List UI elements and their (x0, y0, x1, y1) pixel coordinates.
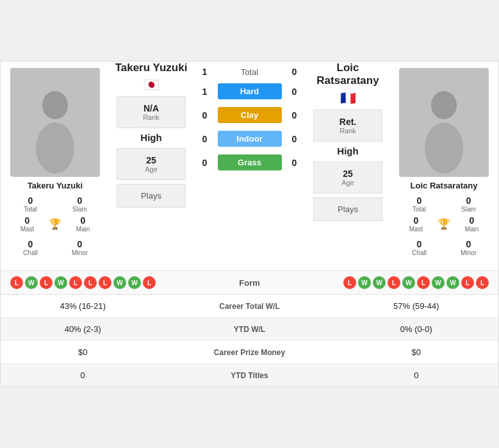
player2-header-name: Loic Ratsaratany (309, 62, 387, 88)
hard-row: 1 Hard 0 (193, 79, 306, 103)
trophy2-icon: 🏆 (438, 219, 450, 229)
form-section: LWLWLLLWWL Form LWWLWLWWLL (1, 270, 498, 295)
p2-indoor-score: 0 (288, 134, 301, 144)
total-label: Total (218, 67, 282, 77)
player2-minor-cell: 0 Minor (444, 238, 493, 258)
player1-plays-label: Plays (120, 191, 182, 201)
stat-p1-value: 0 (1, 364, 165, 387)
svg-point-0 (42, 91, 68, 119)
stats-table: 43% (16-21) Career Total W/L 57% (59-44)… (1, 295, 498, 386)
player1-bottom-stats: 0 Chall 0 Minor (6, 238, 104, 258)
stat-p2-value: 0% (0-0) (334, 318, 498, 341)
player2-bottom-stats: 0 Chall 0 Minor (395, 238, 493, 258)
indoor-button[interactable]: Indoor (218, 131, 282, 147)
player1-trophy-row: 0 Mast 🏆 0 Main (6, 214, 104, 234)
form-badge-l: L (84, 276, 97, 289)
player2-avatar (399, 68, 489, 177)
content-wrapper: Takeru Yuzuki 0 Total 0 Slam 0 Mast (1, 62, 498, 386)
player1-stats: 0 Total 0 Slam (6, 194, 104, 214)
grass-row: 0 Grass 0 (193, 151, 306, 174)
stat-p1-value: 43% (16-21) (1, 295, 165, 318)
form-badge-w: W (54, 276, 67, 289)
player2-total-value: 0 (397, 195, 441, 206)
stats-row: 0 YTD Titles 0 (1, 364, 498, 387)
player2-slam-label: Slam (446, 206, 491, 213)
player2-rank-box: Ret. Rank (313, 110, 382, 142)
player2-chall-value: 0 (397, 239, 441, 249)
p1-hard-score: 1 (199, 87, 211, 97)
player1-slam-label: Slam (58, 206, 102, 213)
surface-center: 1 Total 0 1 Hard 0 0 Clay 0 0 (193, 62, 306, 174)
p2-total-score: 0 (288, 67, 301, 77)
player2-high: High (337, 145, 358, 156)
form-badge-l: L (343, 276, 356, 289)
player1-total-cell: 0 Total (6, 194, 55, 214)
p2-name-span: Loic Ratsaratany (316, 62, 379, 87)
svg-point-3 (425, 122, 463, 174)
player1-chall-label: Chall (8, 249, 53, 256)
top-section: Takeru Yuzuki 0 Total 0 Slam 0 Mast (1, 62, 498, 270)
player1-rank-label: Rank (120, 113, 182, 121)
player2-main-value: 0 (453, 215, 491, 226)
form-badge-w: W (358, 276, 371, 289)
player1-card: Takeru Yuzuki 0 Total 0 Slam 0 Mast (1, 62, 110, 264)
form-badge-l: L (388, 276, 400, 289)
player2-slam-value: 0 (446, 195, 491, 206)
player2-main-label: Main (453, 226, 491, 233)
form-badge-l: L (69, 276, 82, 289)
stat-label: YTD W/L (165, 318, 334, 341)
player2-name: Loic Ratsaratany (411, 181, 478, 190)
player2-stats: 0 Total 0 Slam (395, 194, 493, 214)
trophy-icon: 🏆 (49, 219, 61, 229)
player1-trophy-icon: 🏆 (49, 218, 61, 230)
player1-info-col: Takeru Yuzuki 🇯🇵 N/A Rank High 25 Age Pl… (110, 62, 193, 208)
stats-row: $0 Career Prize Money $0 (1, 341, 498, 364)
player2-chall-label: Chall (397, 249, 441, 256)
form-badge-l: L (99, 276, 111, 289)
player2-trophy-icon: 🏆 (438, 218, 450, 230)
form-badge-l: L (476, 276, 489, 289)
main-container: Takeru Yuzuki 0 Total 0 Slam 0 Mast (0, 61, 499, 387)
svg-point-2 (431, 91, 457, 119)
stat-p1-value: 40% (2-3) (1, 318, 165, 341)
player2-age-value: 25 (317, 169, 379, 179)
player1-mast-value: 0 (8, 215, 46, 226)
p2-grass-score: 0 (288, 158, 301, 168)
player1-chall-cell: 0 Chall (6, 238, 55, 258)
stat-label: YTD Titles (165, 364, 334, 387)
stat-p2-value: 57% (59-44) (334, 295, 498, 318)
player2-chall-cell: 0 Chall (395, 238, 444, 258)
player1-rank-box: N/A Rank (117, 96, 186, 128)
form-label: Form (161, 278, 338, 288)
stats-row: 40% (2-3) YTD W/L 0% (0-0) (1, 318, 498, 341)
player2-age-box: 25 Age (313, 162, 382, 194)
form-badge-l: L (143, 276, 156, 289)
player1-total-value: 0 (8, 195, 53, 206)
player2-plays-label: Plays (317, 204, 379, 214)
form-badge-l: L (40, 276, 53, 289)
stat-p1-value: $0 (1, 341, 165, 364)
player1-age-box: 25 Age (117, 148, 186, 180)
p1-total-score: 1 (199, 67, 211, 77)
player2-mast-label: Mast (397, 226, 435, 233)
form-badge-w: W (113, 276, 126, 289)
player2-info-col: Loic Ratsaratany 🇫🇷 Ret. Rank High 25 Ag… (306, 62, 389, 221)
player2-total-cell: 0 Total (395, 194, 444, 214)
player1-minor-cell: 0 Minor (55, 238, 104, 258)
player1-main-value: 0 (64, 215, 102, 226)
p1-grass-score: 0 (199, 158, 211, 168)
player1-total-label: Total (8, 206, 53, 213)
hard-button[interactable]: Hard (218, 83, 282, 99)
form-badge-l: L (10, 276, 23, 289)
player1-minor-value: 0 (58, 239, 102, 249)
form-badge-l: L (461, 276, 474, 289)
p1-indoor-score: 0 (199, 134, 211, 144)
stat-label: Career Prize Money (165, 341, 334, 364)
form-badge-w: W (373, 276, 386, 289)
clay-button[interactable]: Clay (218, 107, 282, 123)
player1-slam-value: 0 (58, 195, 102, 206)
player1-minor-label: Minor (58, 249, 102, 256)
player2-flag: 🇫🇷 (340, 90, 356, 106)
player1-main-cell: 0 Main (61, 214, 104, 234)
grass-button[interactable]: Grass (218, 154, 282, 170)
